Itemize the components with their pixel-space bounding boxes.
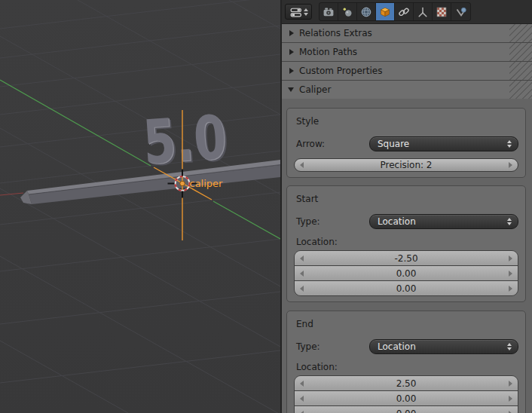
properties-editor-icon — [289, 5, 302, 18]
panel-title: Caliper — [299, 84, 331, 95]
tab-world[interactable] — [357, 3, 376, 20]
editor-type-arrows-icon — [304, 8, 308, 16]
decrement-arrow-icon[interactable] — [300, 162, 304, 168]
end-location-x-field[interactable]: 2.50 — [295, 376, 518, 390]
end-location-z-field[interactable]: 0.00 — [295, 405, 518, 413]
start-location-z-value: 0.00 — [396, 283, 417, 294]
end-type-dropdown[interactable]: Location — [369, 339, 518, 354]
panel-header-custom-properties[interactable]: Custom Properties — [282, 62, 532, 81]
properties-header-bar — [282, 0, 532, 24]
end-section-title: End — [296, 319, 518, 329]
style-group-box: Style Arrow: Square Precision: 2 — [286, 108, 526, 178]
end-group-box: End Type: Location Location: — [286, 311, 526, 413]
end-location-y-value: 0.00 — [396, 393, 417, 404]
texture-icon — [436, 6, 448, 18]
start-location-fields: -2.50 0.00 0.00 — [294, 250, 518, 296]
3d-viewport[interactable]: 5.0 5.0 5.0 — [0, 0, 280, 413]
dropdown-arrows-icon — [507, 140, 512, 148]
decrement-arrow-icon[interactable] — [300, 396, 304, 402]
panel-header-relations-extras[interactable]: Relations Extras — [282, 24, 532, 43]
panel-drag-handle[interactable] — [509, 62, 532, 80]
dropdown-arrows-icon — [507, 218, 512, 225]
increment-arrow-icon[interactable] — [509, 286, 512, 292]
viewport-canvas: 5.0 5.0 5.0 — [0, 0, 280, 413]
scene-icon — [341, 6, 353, 18]
start-group-box: Start Type: Location Location: — [286, 185, 526, 302]
end-location-y-field[interactable]: 0.00 — [295, 390, 518, 405]
increment-arrow-icon[interactable] — [509, 162, 512, 168]
tab-scene[interactable] — [338, 3, 357, 20]
end-location-z-value: 0.00 — [396, 408, 417, 413]
end-type-value: Location — [370, 341, 507, 352]
increment-arrow-icon[interactable] — [509, 381, 512, 387]
editor-type-selector[interactable] — [285, 4, 312, 20]
increment-arrow-icon[interactable] — [509, 396, 512, 402]
panel-drag-handle[interactable] — [509, 43, 532, 61]
expand-arrow-icon — [289, 30, 294, 36]
start-location-x-value: -2.50 — [394, 253, 417, 264]
precision-slider[interactable]: Precision: 2 — [294, 158, 518, 172]
increment-arrow-icon[interactable] — [509, 271, 512, 277]
start-section-title: Start — [296, 194, 518, 204]
physics-icon — [455, 6, 467, 18]
increment-arrow-icon[interactable] — [509, 255, 512, 262]
panel-drag-handle[interactable] — [509, 81, 532, 99]
tab-constraints[interactable] — [395, 3, 414, 20]
arrow-style-dropdown[interactable]: Square — [369, 136, 518, 151]
decrement-arrow-icon[interactable] — [300, 411, 304, 413]
panel-header-motion-paths[interactable]: Motion Paths — [282, 43, 532, 62]
expand-arrow-icon — [289, 49, 294, 55]
type-label: Type: — [294, 341, 369, 352]
caliper-panel-body: Style Arrow: Square Precision: 2 — [282, 99, 532, 413]
decrement-arrow-icon[interactable] — [300, 255, 304, 262]
end-location-fields: 2.50 0.00 0.00 — [294, 375, 518, 413]
collapse-arrow-icon — [288, 87, 294, 92]
panel-header-caliper[interactable]: Caliper — [282, 81, 532, 99]
tab-texture[interactable] — [433, 3, 451, 20]
tab-render[interactable] — [320, 3, 338, 20]
type-label: Type: — [294, 216, 369, 227]
object-origin[interactable] — [180, 181, 185, 186]
world-icon — [360, 6, 372, 18]
object-data-icon — [417, 6, 429, 18]
start-type-dropdown[interactable]: Location — [369, 214, 518, 229]
tab-object-data[interactable] — [414, 3, 433, 20]
expand-arrow-icon — [289, 68, 294, 74]
tab-object[interactable] — [376, 3, 395, 20]
properties-editor: Relations Extras Motion Paths Custom Pro… — [280, 0, 532, 413]
decrement-arrow-icon[interactable] — [300, 381, 304, 387]
start-location-x-field[interactable]: -2.50 — [295, 251, 518, 265]
viewport-background — [0, 0, 280, 413]
start-location-label: Location: — [296, 237, 518, 247]
dropdown-arrows-icon — [507, 343, 512, 350]
increment-arrow-icon[interactable] — [509, 411, 512, 413]
decrement-arrow-icon[interactable] — [300, 271, 304, 277]
end-location-x-value: 2.50 — [396, 378, 417, 389]
start-location-y-field[interactable]: 0.00 — [295, 265, 518, 280]
panel-title: Relations Extras — [299, 28, 372, 38]
start-location-y-value: 0.00 — [396, 268, 417, 279]
end-location-label: Location: — [296, 362, 518, 372]
style-section-title: Style — [296, 116, 518, 127]
object-icon — [379, 6, 391, 18]
constraints-icon — [398, 6, 410, 18]
tab-physics[interactable] — [451, 3, 470, 20]
properties-tabs — [319, 2, 471, 21]
arrow-style-value: Square — [370, 139, 507, 149]
properties-panels: Relations Extras Motion Paths Custom Pro… — [282, 24, 532, 413]
precision-value: Precision: 2 — [380, 160, 432, 170]
start-type-value: Location — [370, 216, 507, 227]
blender-window: 5.0 5.0 5.0 — [0, 0, 532, 413]
panel-title: Custom Properties — [299, 66, 382, 76]
start-location-z-field[interactable]: 0.00 — [295, 280, 518, 295]
svg-text:5.0: 5.0 — [141, 102, 229, 178]
decrement-arrow-icon[interactable] — [300, 286, 304, 292]
render-icon — [323, 6, 335, 18]
panel-drag-handle[interactable] — [509, 24, 532, 42]
arrow-label: Arrow: — [294, 139, 369, 149]
panel-title: Motion Paths — [299, 47, 357, 57]
object-name-label: caliper — [190, 178, 224, 189]
